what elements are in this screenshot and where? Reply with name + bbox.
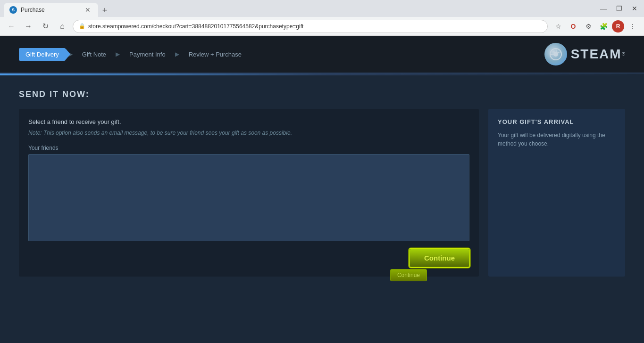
friends-list[interactable] bbox=[28, 154, 469, 241]
back-button[interactable]: ← bbox=[5, 20, 18, 33]
tab-title: Purchase bbox=[21, 7, 79, 13]
address-bar[interactable]: 🔒 store.steampowered.com/checkout?cart=3… bbox=[73, 20, 548, 33]
friends-label: Your friends bbox=[28, 145, 469, 151]
step-payment-info[interactable]: Payment Info bbox=[123, 48, 172, 61]
content-row: Select a friend to receive your gift. No… bbox=[19, 109, 625, 277]
section-title: SEND IT NOW: bbox=[19, 90, 625, 99]
lock-icon: 🔒 bbox=[79, 23, 85, 29]
tab-area: S Purchase ✕ + bbox=[4, 0, 595, 17]
continue-tooltip[interactable]: Continue bbox=[390, 269, 427, 281]
steam-header: Gift Delivery ▶ Gift Note ▶ Payment Info… bbox=[0, 36, 644, 74]
continue-area: Continue Continue bbox=[28, 249, 469, 267]
steam-logo-icon bbox=[544, 43, 567, 65]
browser-title-bar: S Purchase ✕ + — ❐ ✕ bbox=[0, 0, 644, 17]
right-panel-description: Your gift will be delivered digitally us… bbox=[498, 131, 616, 148]
step-gift-delivery[interactable]: Gift Delivery bbox=[19, 48, 66, 61]
minimize-button[interactable]: — bbox=[597, 3, 610, 14]
step-gift-note[interactable]: Gift Note bbox=[75, 48, 113, 61]
toolbar-icons: ☆ O ⚙ 🧩 R ⋮ bbox=[552, 20, 639, 33]
right-panel-title: YOUR GIFT'S ARRIVAL bbox=[498, 118, 616, 125]
tab-close-button[interactable]: ✕ bbox=[83, 5, 92, 15]
right-panel: YOUR GIFT'S ARRIVAL Your gift will be de… bbox=[488, 109, 625, 277]
forward-button[interactable]: → bbox=[22, 20, 35, 33]
address-text: store.steampowered.com/checkout?cart=388… bbox=[88, 23, 542, 30]
step-arrow-2: ▶ bbox=[116, 51, 120, 57]
continue-button-main[interactable]: Continue bbox=[410, 249, 469, 267]
select-friend-text: Select a friend to receive your gift. bbox=[28, 118, 469, 125]
puzzle-button[interactable]: 🧩 bbox=[597, 20, 610, 33]
profile-button[interactable]: R bbox=[612, 20, 624, 33]
browser-toolbar: ← → ↻ ⌂ 🔒 store.steampowered.com/checkou… bbox=[0, 17, 644, 36]
refresh-button[interactable]: ↻ bbox=[39, 20, 52, 33]
step-gift-delivery-label: Gift Delivery bbox=[19, 48, 66, 61]
close-window-button[interactable]: ✕ bbox=[629, 3, 640, 14]
step-review-purchase[interactable]: Review + Purchase bbox=[182, 48, 248, 61]
panel-note: Note: This option also sends an email me… bbox=[28, 129, 469, 137]
new-tab-button[interactable]: + bbox=[98, 4, 111, 17]
extensions-button[interactable]: ⚙ bbox=[582, 20, 595, 33]
steam-logo-text: STEAM® bbox=[571, 47, 625, 62]
step-review-purchase-label: Review + Purchase bbox=[182, 48, 248, 61]
steam-logo: STEAM® bbox=[544, 43, 625, 65]
step-arrow-3: ▶ bbox=[175, 51, 179, 57]
home-button[interactable]: ⌂ bbox=[56, 20, 69, 33]
left-panel: Select a friend to receive your gift. No… bbox=[19, 109, 479, 277]
bookmark-button[interactable]: ☆ bbox=[552, 20, 565, 33]
browser-tab[interactable]: S Purchase ✕ bbox=[4, 3, 98, 17]
step-gift-note-label: Gift Note bbox=[75, 48, 113, 61]
steam-page: Gift Delivery ▶ Gift Note ▶ Payment Info… bbox=[0, 36, 644, 343]
maximize-button[interactable]: ❐ bbox=[613, 3, 625, 14]
menu-button[interactable]: ⋮ bbox=[626, 20, 639, 33]
opera-button[interactable]: O bbox=[567, 20, 580, 33]
window-controls: — ❐ ✕ bbox=[597, 3, 640, 14]
main-content: SEND IT NOW: Select a friend to receive … bbox=[0, 75, 644, 343]
step-payment-info-label: Payment Info bbox=[123, 48, 172, 61]
tab-favicon: S bbox=[9, 6, 17, 14]
checkout-steps: Gift Delivery ▶ Gift Note ▶ Payment Info… bbox=[19, 48, 544, 61]
